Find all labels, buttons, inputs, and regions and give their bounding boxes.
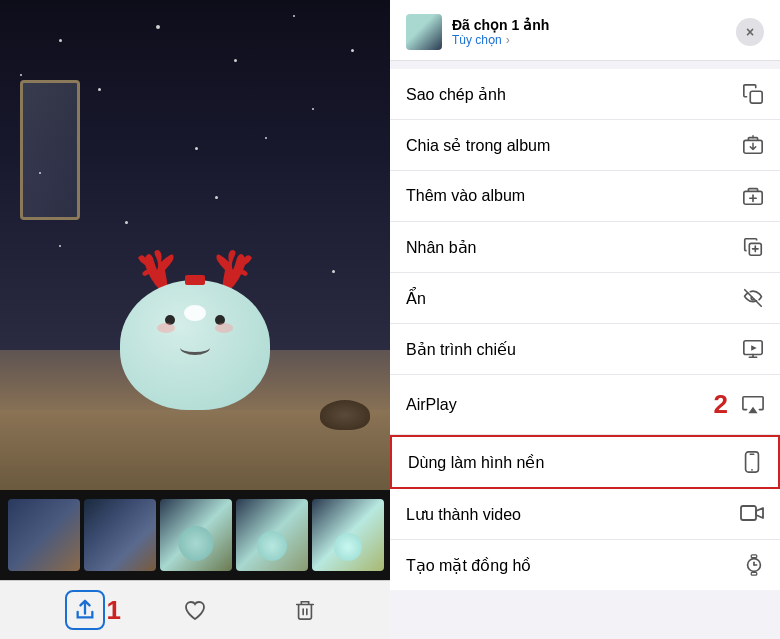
- menu-item-slideshow[interactable]: Bản trình chiếu: [390, 324, 780, 375]
- svg-marker-14: [748, 406, 757, 412]
- menu-item-save-video[interactable]: Lưu thành video: [390, 489, 780, 540]
- svg-rect-23: [751, 572, 757, 575]
- menu-item-airplay-right: 2: [714, 389, 764, 420]
- slideshow-icon: [742, 338, 764, 360]
- menu-item-watch-face[interactable]: Tạo mặt đồng hồ: [390, 540, 780, 590]
- airplay-badge: 2: [714, 389, 728, 420]
- header-info: Đã chọn 1 ảnh Tùy chọn ›: [406, 14, 549, 50]
- menu-item-duplicate[interactable]: Nhân bản: [390, 222, 780, 273]
- airplay-icon: [742, 394, 764, 416]
- panel-header: Đã chọn 1 ảnh Tùy chọn › ×: [390, 0, 780, 61]
- svg-rect-2: [750, 91, 762, 103]
- delete-button[interactable]: [285, 590, 325, 630]
- like-button[interactable]: [175, 590, 215, 630]
- menu-item-hide[interactable]: Ẩn: [390, 273, 780, 324]
- svg-point-17: [751, 469, 753, 471]
- creature-body: [120, 280, 270, 410]
- menu-item-airplay-label: AirPlay: [406, 396, 457, 414]
- menu-item-share-album[interactable]: Chia sẻ trong album: [390, 120, 780, 171]
- thumbnail-5[interactable]: [312, 499, 384, 571]
- background-bowl: [320, 400, 370, 430]
- chevron-icon: ›: [506, 33, 510, 47]
- menu-item-hide-right: [742, 287, 764, 309]
- menu-item-copy[interactable]: Sao chép ảnh: [390, 69, 780, 120]
- svg-rect-22: [751, 555, 757, 558]
- menu-list: Sao chép ảnh Chia sẻ trong album Thêm và…: [390, 61, 780, 639]
- copy-icon: [742, 83, 764, 105]
- close-button[interactable]: ×: [736, 18, 764, 46]
- hide-icon: [742, 287, 764, 309]
- video-icon: [740, 503, 764, 525]
- svg-rect-18: [741, 506, 756, 520]
- creature-bow: [185, 275, 205, 285]
- svg-marker-11: [751, 345, 757, 351]
- thumbnail-4[interactable]: [236, 499, 308, 571]
- background-mirror: [20, 80, 80, 220]
- menu-item-save-video-right: [740, 503, 764, 525]
- menu-item-add-album-label: Thêm vào album: [406, 187, 525, 205]
- menu-item-save-video-label: Lưu thành video: [406, 505, 521, 524]
- thumbnail-2[interactable]: [84, 499, 156, 571]
- menu-item-share-album-label: Chia sẻ trong album: [406, 136, 550, 155]
- menu-item-watch-face-label: Tạo mặt đồng hồ: [406, 556, 531, 575]
- menu-item-copy-right: [742, 83, 764, 105]
- creature-figure: [115, 250, 275, 410]
- header-title: Đã chọn 1 ảnh: [452, 17, 549, 33]
- thumbnail-3[interactable]: [160, 499, 232, 571]
- main-photo: [0, 0, 390, 490]
- thumbnail-strip: [0, 490, 390, 580]
- thumbnail-1[interactable]: [8, 499, 80, 571]
- photo-toolbar: 1: [0, 580, 390, 639]
- share-album-icon: [742, 134, 764, 156]
- menu-item-duplicate-right: [742, 236, 764, 258]
- duplicate-icon: [742, 236, 764, 258]
- add-album-icon: [742, 185, 764, 207]
- share-button[interactable]: 1: [65, 590, 105, 630]
- phone-icon: [742, 451, 762, 473]
- creature-smile: [180, 340, 210, 355]
- menu-item-add-album-right: [742, 185, 764, 207]
- menu-item-wallpaper[interactable]: Dùng làm hình nền: [390, 435, 780, 489]
- share-menu-panel: Đã chọn 1 ảnh Tùy chọn › × Sao chép ảnh …: [390, 0, 780, 639]
- menu-item-watch-face-right: [744, 554, 764, 576]
- menu-item-wallpaper-right: [742, 451, 762, 473]
- menu-item-slideshow-right: [742, 338, 764, 360]
- menu-item-hide-label: Ẩn: [406, 289, 426, 308]
- menu-item-add-album[interactable]: Thêm vào album: [390, 171, 780, 222]
- menu-item-copy-label: Sao chép ảnh: [406, 85, 506, 104]
- watch-icon: [744, 554, 764, 576]
- menu-item-share-album-right: [742, 134, 764, 156]
- selected-photo-thumb: [406, 14, 442, 50]
- header-text: Đã chọn 1 ảnh Tùy chọn ›: [452, 17, 549, 47]
- header-subtitle[interactable]: Tùy chọn ›: [452, 33, 549, 47]
- share-badge: 1: [107, 595, 121, 626]
- menu-item-duplicate-label: Nhân bản: [406, 238, 477, 257]
- menu-item-slideshow-label: Bản trình chiếu: [406, 340, 516, 359]
- menu-item-wallpaper-label: Dùng làm hình nền: [408, 453, 544, 472]
- menu-item-airplay[interactable]: AirPlay 2: [390, 375, 780, 435]
- photo-viewer-panel: 1: [0, 0, 390, 639]
